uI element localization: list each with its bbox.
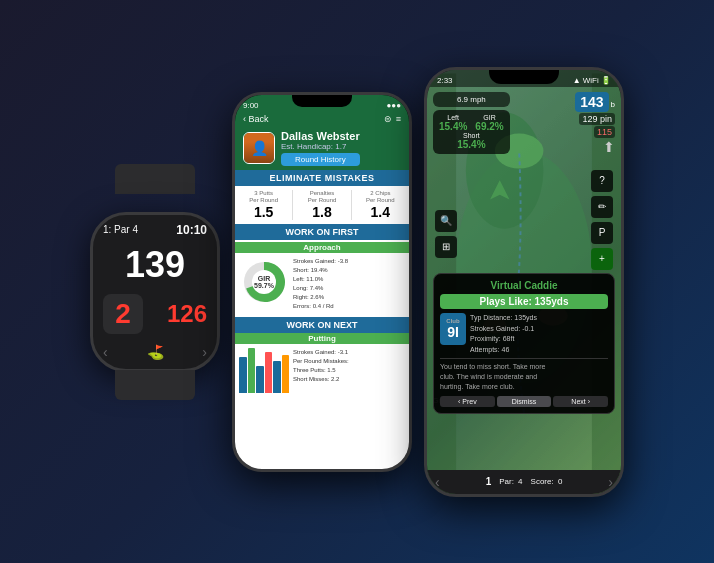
stat-putts-label: 3 PuttsPer Round: [235, 190, 292, 204]
putting-mistakes: Per Round Mistakes:: [293, 357, 349, 366]
map-btn-4[interactable]: +: [591, 248, 613, 270]
map-btn-2[interactable]: ✏: [591, 196, 613, 218]
vc-club-badge: Club 9I: [440, 313, 466, 345]
watch-distance1: 139: [125, 247, 185, 283]
phone1: 9:00 ●●● ‹ Back ⊜ ≡ 👤 Dallas Webster Est…: [232, 92, 412, 472]
stat-penalties-value: 1.8: [293, 204, 350, 220]
putting-short-misses: Short Misses: 2.2: [293, 375, 349, 384]
phone2-next-arrow[interactable]: ›: [608, 474, 613, 490]
vc-proximity: Proximity: 68ft: [470, 334, 537, 345]
putting-strokes: Strokes Gained: -3.1: [293, 348, 349, 357]
vc-club-stats: Typ Distance: 135yds Strokes Gained: -0.…: [470, 313, 537, 355]
phone1-profile: 👤 Dallas Webster Est. Handicap: 1.7 Roun…: [235, 126, 409, 170]
gir-row: Left 15.4% GIR 69.2%: [439, 114, 504, 132]
putting-section: Putting Strokes Gained: -3.1 Per Round M…: [235, 333, 409, 469]
watch-prev-arrow[interactable]: ‹: [103, 344, 108, 360]
dist-main-row: 143 b: [575, 92, 615, 112]
approach-right: Right: 2.6%: [293, 293, 348, 302]
phone1-nav[interactable]: ‹ Back ⊜ ≡: [235, 112, 409, 126]
bar3: [256, 366, 264, 393]
player-info: Dallas Webster Est. Handicap: 1.7 Round …: [281, 130, 360, 166]
approach-stats: Strokes Gained: -3.8 Short: 19.4% Left: …: [293, 257, 348, 311]
eliminate-mistakes-header: ELIMINATE MISTAKES: [235, 170, 409, 186]
gir-left-col: Left 15.4%: [439, 114, 467, 132]
bar5: [273, 361, 281, 393]
vc-advice: You tend to miss short. Take moreclub. T…: [440, 358, 608, 391]
phone1-time: 9:00: [243, 101, 259, 110]
watch-nav: ‹ ⛳ ›: [99, 344, 211, 360]
round-history-button[interactable]: Round History: [281, 153, 360, 166]
watch-time: 10:10: [176, 223, 211, 237]
score-label: Score: 0: [531, 477, 563, 486]
bar4: [265, 352, 273, 393]
vc-title: Virtual Caddie: [440, 280, 608, 291]
work-on-first-header: WORK ON FIRST: [235, 224, 409, 240]
dist-carry: 115: [594, 126, 615, 138]
stat-chips-value: 1.4: [352, 204, 409, 220]
vc-dismiss-button[interactable]: Dismiss: [497, 396, 552, 407]
map-btn-3[interactable]: P: [591, 222, 613, 244]
watch-flag-icon: ⛳: [147, 344, 164, 360]
watch-next-arrow[interactable]: ›: [202, 344, 207, 360]
filter-icon[interactable]: ⊜: [384, 114, 392, 124]
bar2: [248, 348, 256, 393]
dist-main: 143: [575, 92, 608, 112]
distance-panel: 143 b 129 pin 115 ⬆: [575, 92, 615, 155]
approach-strokes: Strokes Gained: -3.8: [293, 257, 348, 266]
score-display: 1 Par: 4 Score: 0: [440, 476, 609, 487]
phone2-status-icons: ▲ WiFi 🔋: [573, 76, 611, 85]
watch-score: 2: [103, 294, 143, 334]
putting-label: Putting: [235, 333, 409, 344]
stat-putts: 3 PuttsPer Round 1.5: [235, 190, 292, 220]
virtual-caddie-panel: Virtual Caddie Plays Like: 135yds Club 9…: [433, 273, 615, 413]
hud-top: 6.9 mph Left 15.4% GIR 69.2%: [427, 88, 621, 159]
phone2-time: 2:33: [437, 76, 453, 85]
vc-strokes-gained: Strokes Gained: -0.1: [470, 324, 537, 335]
vc-prev-button[interactable]: ‹ Prev: [440, 396, 495, 407]
gir-left-value: 15.4%: [439, 121, 467, 132]
putting-content: Strokes Gained: -3.1 Per Round Mistakes:…: [235, 344, 409, 397]
player-handicap: Est. Handicap: 1.7: [281, 142, 360, 151]
gir-short-value: 15.4%: [439, 139, 504, 150]
stats-row: 3 PuttsPer Round 1.5 PenaltiesPer Round …: [235, 186, 409, 224]
vc-club-number: 9I: [447, 324, 459, 340]
phone1-signal-icons: ●●●: [387, 101, 402, 110]
vc-typ-dist: Typ Distance: 135yds: [470, 313, 537, 324]
vc-plays-like: Plays Like: 135yds: [440, 294, 608, 309]
gir-gir-label: GIR: [475, 114, 503, 121]
approach-long: Long: 7.4%: [293, 284, 348, 293]
dist-pin: 129 pin: [579, 113, 615, 125]
watch-band-top: [115, 164, 195, 194]
vc-club-row: Club 9I Typ Distance: 135yds Strokes Gai…: [440, 313, 608, 355]
map-view[interactable]: 2:33 ▲ WiFi 🔋 6.9 mph Left 15.4%: [427, 70, 621, 494]
back-button[interactable]: ‹ Back: [243, 114, 269, 124]
watch-hole-label: 1: Par 4: [99, 224, 142, 235]
map-layers-btn[interactable]: ⊞: [435, 236, 457, 258]
approach-left: Left: 11.0%: [293, 275, 348, 284]
avatar: 👤: [243, 132, 275, 164]
gir-left-label: Left: [439, 114, 467, 121]
hole-number: 1: [486, 476, 492, 487]
map-search-btn[interactable]: 🔍: [435, 210, 457, 232]
putting-bar-chart: [239, 348, 289, 393]
approach-short: Short: 19.4%: [293, 266, 348, 275]
vc-attempts: Attempts: 46: [470, 345, 537, 356]
work-on-next-header: WORK ON NEXT: [235, 317, 409, 333]
watch-distance2: 126: [167, 302, 207, 326]
gir-label: GIR 59.7%: [254, 275, 274, 289]
watch: 1: Par 4 10:10 139 2 126 ‹ ⛳ ›: [90, 212, 220, 372]
right-buttons: ? ✏ P +: [591, 170, 613, 270]
phone1-notch: [292, 95, 352, 107]
bar6: [282, 355, 290, 393]
putting-three-putts: Three Putts: 1.5: [293, 366, 349, 375]
menu-icon[interactable]: ≡: [396, 114, 401, 124]
vc-next-button[interactable]: Next ›: [553, 396, 608, 407]
speed-display: 6.9 mph: [433, 92, 510, 107]
player-name: Dallas Webster: [281, 130, 360, 142]
share-icon[interactable]: ⬆: [603, 139, 615, 155]
gir-chart: GIR 59.7%: [239, 257, 289, 307]
phone2-notch: [489, 70, 559, 84]
phone2: 2:33 ▲ WiFi 🔋 6.9 mph Left 15.4%: [424, 67, 624, 497]
watch-band-bottom: [115, 370, 195, 400]
map-btn-1[interactable]: ?: [591, 170, 613, 192]
